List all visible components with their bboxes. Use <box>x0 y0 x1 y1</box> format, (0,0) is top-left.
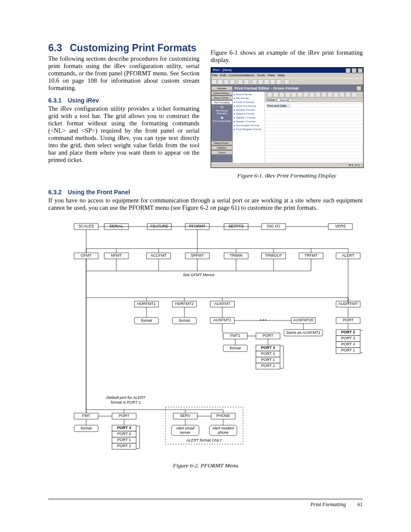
svg-text:GFMT: GFMT <box>81 253 92 258</box>
subsection-2-heading: 6.3.2Using the Front Panel <box>48 189 200 196</box>
irev-grid: Time and Date <box>265 102 363 162</box>
two-column-top: 6.3 Customizing Print Formats The follow… <box>48 42 363 179</box>
svg-text:VERS: VERS <box>335 224 346 228</box>
svg-text:FMT1: FMT1 <box>230 333 240 338</box>
irev-statusbar: R:1, C:1 <box>211 162 363 168</box>
pformt-menu-diagram: SCALESSERIALFEATUREPFORMTSETPTSDIG I/OVE… <box>48 219 363 469</box>
svg-text:PORT: PORT <box>119 414 130 418</box>
irev-window-titlebar: iRev - [New] <box>211 68 363 73</box>
svg-text:PORT 3: PORT 3 <box>117 426 131 430</box>
svg-text:format is PORT 1: format is PORT 1 <box>111 400 140 404</box>
svg-text:PORT 1: PORT 1 <box>261 358 275 362</box>
svg-text:TRWOUT: TRWOUT <box>265 253 282 258</box>
section-title: Customizing Print Formats <box>70 42 196 54</box>
svg-text:format: format <box>81 426 92 430</box>
irev-sidebar: Hardware System Params... Stream Format.… <box>211 85 233 162</box>
svg-text:SCALES: SCALES <box>78 224 94 228</box>
svg-text:Default port for ALERT: Default port for ALERT <box>106 395 146 400</box>
irev-toolbar <box>211 78 363 85</box>
right-column: Figure 6-1 shows an example of the iRev … <box>211 42 363 179</box>
svg-text:PORT 4: PORT 4 <box>117 432 131 436</box>
svg-text:PORT 4: PORT 4 <box>261 352 275 356</box>
svg-text:TRWIN: TRWIN <box>230 253 242 258</box>
svg-text:PORT 2: PORT 2 <box>117 444 131 448</box>
svg-text:SETPTS: SETPTS <box>228 224 243 228</box>
irev-menubar: FileEditCommunicationsToolsViewHelp <box>211 73 363 78</box>
svg-text:• • •: • • • <box>260 318 266 322</box>
page-content: 6.3 Customizing Print Formats The follow… <box>48 42 363 469</box>
figure-2-caption: Figure 6-2. PFORMT Menu <box>48 462 363 469</box>
svg-text:Alert modem: Alert modem <box>212 426 234 430</box>
irev-grid-toolbar: Scale 1 <box>265 92 363 98</box>
svg-text:server: server <box>180 430 191 435</box>
section-intro: The following sections describe procedur… <box>48 55 199 92</box>
footer-rule <box>48 499 363 499</box>
svg-text:PORT 1: PORT 1 <box>117 438 131 442</box>
svg-text:PORT 3: PORT 3 <box>261 345 275 350</box>
svg-text:DIG I/O: DIG I/O <box>267 224 280 228</box>
svg-text:ALERT: ALERT <box>342 253 355 258</box>
footer: Print Formatting 61 <box>311 501 363 508</box>
svg-text:TRFMT: TRFMT <box>305 253 318 258</box>
svg-text:Alert email: Alert email <box>176 426 195 430</box>
irev-screenshot: iRev - [New] FileEditCommunicationsTools… <box>211 67 364 168</box>
svg-text:AUXFMT20: AUXFMT20 <box>293 318 313 322</box>
svg-text:PORT: PORT <box>263 333 274 338</box>
section-number: 6.3 <box>48 42 62 54</box>
left-column: 6.3 Customizing Print Formats The follow… <box>48 42 199 164</box>
svg-text:format: format <box>141 318 152 323</box>
svg-text:PFORMT: PFORMT <box>189 224 206 228</box>
svg-text:AUXFMT: AUXFMT <box>215 302 231 306</box>
footer-page-number: 61 <box>358 501 363 507</box>
svg-text:FEATURE: FEATURE <box>150 224 168 228</box>
subsection-1-body: The iRev configuration utility provides … <box>48 105 199 164</box>
svg-text:PORT 3: PORT 3 <box>341 336 355 340</box>
figure-1-caption: Figure 6-1. iRev Print Formatting Displa… <box>211 172 363 179</box>
subsection-1-heading: 6.3.1Using iRev <box>48 97 199 104</box>
svg-text:PORT 4: PORT 4 <box>341 342 355 346</box>
svg-text:phone: phone <box>217 430 228 435</box>
svg-text:PORT 2: PORT 2 <box>341 330 355 334</box>
irev-panel-title: Print Format Editor - Gross Format <box>233 85 363 92</box>
irev-format-list: Gross Format Net Format Truck In Format … <box>233 92 265 162</box>
svg-text:SPFMT: SPFMT <box>191 253 204 258</box>
svg-text:PORT 2: PORT 2 <box>261 364 275 368</box>
svg-text:HDRFMT2: HDRFMT2 <box>175 302 194 306</box>
svg-text:format: format <box>179 318 190 323</box>
right-intro: Figure 6-1 shows an example of the iRev … <box>211 49 363 64</box>
svg-text:Same as AUXFMT1: Same as AUXFMT1 <box>286 330 321 335</box>
svg-text:ACCFMT: ACCFMT <box>150 253 167 258</box>
svg-text:SERIAL: SERIAL <box>109 224 123 228</box>
subsection-2-body: If you have no access to equipment for c… <box>48 197 363 212</box>
svg-text:PHONE: PHONE <box>216 414 230 418</box>
svg-text:AUXFMT1: AUXFMT1 <box>213 318 231 322</box>
footer-section: Print Formatting <box>311 501 346 507</box>
svg-text:ALERT format ONLY: ALERT format ONLY <box>186 438 222 442</box>
svg-text:FMT: FMT <box>82 414 90 418</box>
svg-text:See GFMT Menus: See GFMT Menus <box>183 273 215 277</box>
svg-text:format: format <box>230 346 241 350</box>
svg-text:NFMT: NFMT <box>111 253 122 258</box>
svg-text:HDRFMT1: HDRFMT1 <box>137 302 156 306</box>
svg-text:SERV: SERV <box>180 414 190 418</box>
svg-text:PORT 1: PORT 1 <box>341 348 355 352</box>
svg-text:PORT: PORT <box>343 318 354 322</box>
